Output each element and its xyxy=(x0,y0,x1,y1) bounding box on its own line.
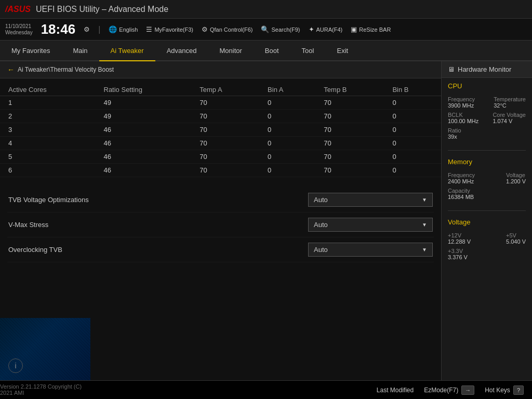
td-tempA: 70 xyxy=(191,96,259,110)
table-row: 149700700 xyxy=(0,96,441,110)
nav-tool[interactable]: Tool xyxy=(290,41,326,61)
td-binA: 0 xyxy=(259,123,315,137)
hw-divider-1 xyxy=(448,150,526,151)
th-ratio-setting: Ratio Setting xyxy=(96,84,192,96)
td-core: 1 xyxy=(0,96,96,110)
hw-volt-12v-key: +12V xyxy=(448,232,471,238)
setting-dropdown-1[interactable]: Auto▼ xyxy=(308,218,433,232)
nav-exit[interactable]: Exit xyxy=(325,41,360,61)
hw-cpu-temp-key: Temperature xyxy=(494,96,526,102)
td-core: 4 xyxy=(0,137,96,150)
td-ratio: 46 xyxy=(96,137,192,150)
setting-row-1: V-Max StressAuto▼ xyxy=(7,212,434,237)
dropdown-arrow-0: ▼ xyxy=(422,197,427,203)
timebar-english[interactable]: 🌐 English xyxy=(109,25,138,33)
td-binA: 0 xyxy=(259,150,315,164)
dropdown-value-1: Auto xyxy=(314,221,328,229)
back-arrow[interactable]: ← xyxy=(7,65,15,74)
bios-title: UEFI BIOS Utility – Advanced Mode xyxy=(36,5,168,14)
hotkeys-item[interactable]: Hot Keys ? xyxy=(485,385,524,395)
timebar-myfavorite[interactable]: ☰ MyFavorite(F3) xyxy=(146,25,193,33)
hw-memory-title: Memory xyxy=(448,158,526,168)
gear-icon[interactable]: ⚙ xyxy=(84,25,90,33)
hw-cpu-bclk-key: BCLK xyxy=(448,112,478,118)
clock-display: 18:46 xyxy=(41,21,76,37)
td-binB: 0 xyxy=(384,150,441,164)
header-bar: /ASUS UEFI BIOS Utility – Advanced Mode xyxy=(0,0,532,19)
timebar-aura[interactable]: ✦ AURA(F4) xyxy=(309,25,343,33)
core-table-body: 1497007002497007003467007004467007005467… xyxy=(0,96,441,177)
dropdown-arrow-1: ▼ xyxy=(422,222,427,228)
td-tempA: 70 xyxy=(191,110,259,123)
sidebar: 🖥 Hardware Monitor CPU Frequency 3900 MH… xyxy=(441,61,532,380)
timebar-qfan[interactable]: ⚙ Qfan Control(F6) xyxy=(202,25,253,33)
hw-cpu-corevolt-val: 1.074 V xyxy=(493,118,526,124)
table-section: Active Cores Ratio Setting Temp A Bin A … xyxy=(0,78,441,182)
hw-volt-5v-key: +5V xyxy=(506,232,526,238)
last-modified-label: Last Modified xyxy=(377,387,414,394)
timebar-aura-label: AURA(F4) xyxy=(316,26,343,33)
nav-ai-tweaker[interactable]: Ai Tweaker xyxy=(99,41,155,61)
setting-label-2: Overclocking TVB xyxy=(8,246,308,254)
table-row: 346700700 xyxy=(0,123,441,137)
td-core: 3 xyxy=(0,123,96,137)
td-ratio: 49 xyxy=(96,96,192,110)
th-active-cores: Active Cores xyxy=(0,84,96,96)
hw-cpu-section: CPU Frequency 3900 MHz Temperature 32°C … xyxy=(442,78,532,147)
hw-monitor-label: Hardware Monitor xyxy=(458,65,511,73)
hw-cpu-ratio-val: 39x xyxy=(448,134,461,140)
table-header-row: Active Cores Ratio Setting Temp A Bin A … xyxy=(0,84,441,96)
td-tempB: 70 xyxy=(315,150,384,164)
timebar-resizebar[interactable]: ▣ ReSize BAR xyxy=(351,25,391,33)
nav-monitor[interactable]: Monitor xyxy=(208,41,254,61)
timebar-search-label: Search(F9) xyxy=(271,26,300,33)
nav-boot[interactable]: Boot xyxy=(254,41,290,61)
hw-voltage-section: Voltage +12V 12.288 V +5V 5.040 V +3.3V … xyxy=(442,214,532,268)
td-tempA: 70 xyxy=(191,123,259,137)
core-table: Active Cores Ratio Setting Temp A Bin A … xyxy=(0,84,441,177)
info-icon[interactable]: i xyxy=(8,358,23,373)
hw-cpu-bclk-row: BCLK 100.00 MHz Core Voltage 1.074 V xyxy=(448,112,526,124)
hw-mem-volt-key: Voltage xyxy=(506,172,526,178)
last-modified-item[interactable]: Last Modified xyxy=(377,387,414,394)
hw-monitor-title: 🖥 Hardware Monitor xyxy=(442,61,532,78)
table-row: 646700700 xyxy=(0,164,441,177)
ezmode-arrow-icon: → xyxy=(461,385,474,395)
th-temp-a: Temp A xyxy=(191,84,259,96)
asus-logo: /ASUS xyxy=(5,5,31,14)
timebar-search[interactable]: 🔍 Search(F9) xyxy=(261,25,300,33)
table-row: 446700700 xyxy=(0,137,441,150)
hotkeys-label: Hot Keys xyxy=(485,387,510,394)
hw-divider-2 xyxy=(448,210,526,211)
th-bin-a: Bin A xyxy=(259,84,315,96)
nav-advanced[interactable]: Advanced xyxy=(155,41,208,61)
hw-volt-33v-key: +3.3V xyxy=(448,248,468,254)
td-tempB: 70 xyxy=(315,123,384,137)
td-binB: 0 xyxy=(384,110,441,123)
dropdown-value-2: Auto xyxy=(314,246,328,254)
hw-mem-freq-key: Frequency xyxy=(448,172,475,178)
hw-cpu-corevolt-key: Core Voltage xyxy=(493,112,526,118)
td-tempA: 70 xyxy=(191,137,259,150)
setting-dropdown-0[interactable]: Auto▼ xyxy=(308,193,433,207)
setting-dropdown-2[interactable]: Auto▼ xyxy=(308,243,433,257)
hotkeys-btn[interactable]: ? xyxy=(513,385,524,395)
hw-volt-12v-val: 12.288 V xyxy=(448,238,471,245)
td-tempA: 70 xyxy=(191,150,259,164)
nav-my-favorites[interactable]: My Favorites xyxy=(0,41,61,61)
hw-cpu-freq-row: Frequency 3900 MHz Temperature 32°C xyxy=(448,96,526,109)
content-area: ← Ai Tweaker\Thermal Velocity Boost Acti… xyxy=(0,61,441,380)
hw-mem-volt-val: 1.200 V xyxy=(506,178,526,184)
breadcrumb-path: Ai Tweaker\Thermal Velocity Boost xyxy=(18,66,114,73)
hw-volt-12v-row: +12V 12.288 V +5V 5.040 V xyxy=(448,232,526,245)
td-binB: 0 xyxy=(384,164,441,177)
nav-main[interactable]: Main xyxy=(61,41,99,61)
ezmode-item[interactable]: EzMode(F7) → xyxy=(424,385,474,395)
hw-cpu-freq-key: Frequency xyxy=(448,96,475,102)
td-core: 5 xyxy=(0,150,96,164)
setting-row-0: TVB Voltage OptimizationsAuto▼ xyxy=(7,188,434,212)
hw-mem-freq-row: Frequency 2400 MHz Voltage 1.200 V xyxy=(448,172,526,184)
hw-voltage-title: Voltage xyxy=(448,218,526,228)
td-core: 6 xyxy=(0,164,96,177)
td-tempA: 70 xyxy=(191,164,259,177)
